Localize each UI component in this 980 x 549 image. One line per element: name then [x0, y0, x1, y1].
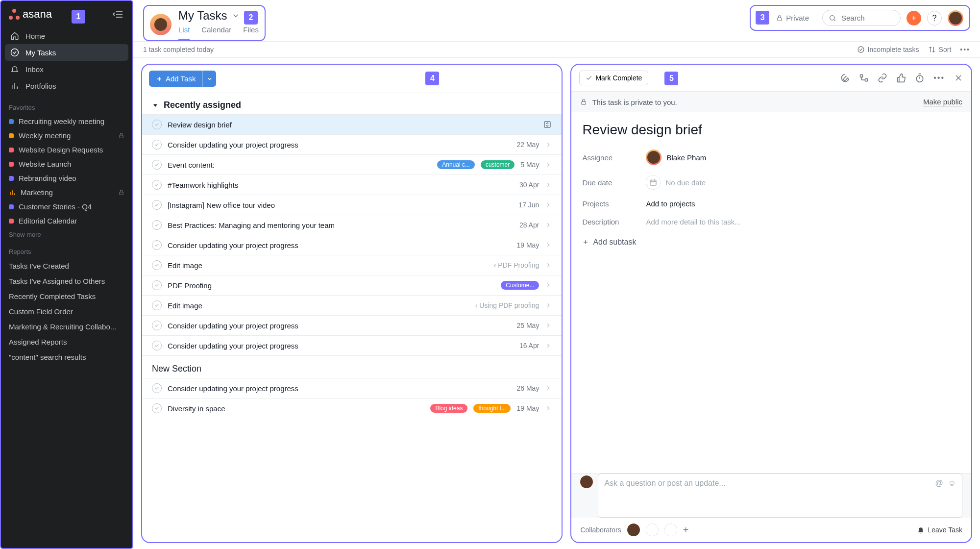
task-row[interactable]: Edit image‹ PDF Proofing [142, 255, 562, 275]
add-collaborator[interactable] [646, 524, 659, 536]
report-item[interactable]: Tasks I've Assigned to Others [1, 274, 132, 289]
task-row[interactable]: Consider updating your project progress2… [142, 134, 562, 154]
favorite-item[interactable]: Recruiting weekly meeting [1, 114, 132, 128]
tag[interactable]: Annual c... [437, 160, 475, 169]
make-public-link[interactable]: Make public [923, 98, 962, 106]
user-avatar[interactable] [150, 14, 172, 35]
task-title[interactable]: Review design brief [571, 112, 971, 145]
quick-add-button[interactable]: + [906, 11, 921, 25]
report-item[interactable]: Tasks I've Created [1, 258, 132, 274]
mention-icon[interactable]: @ [935, 479, 943, 512]
task-row[interactable]: Consider updating your project progress2… [142, 378, 562, 398]
task-row[interactable]: PDF ProofingCustome... [142, 275, 562, 295]
complete-toggle[interactable] [152, 341, 162, 350]
description-value[interactable]: Add more detail to this task... [646, 218, 740, 226]
nav-portfolios[interactable]: Portfolios [5, 77, 128, 94]
close-icon[interactable] [954, 73, 963, 83]
search-input[interactable] [822, 10, 901, 26]
favorite-item[interactable]: Customer Stories - Q4 [1, 200, 132, 214]
complete-toggle[interactable] [152, 220, 162, 230]
report-item[interactable]: Assigned Reports [1, 334, 132, 349]
add-collaborator-plus[interactable]: + [683, 524, 689, 536]
assignee-value[interactable]: Blake Pham [646, 150, 706, 165]
tab-list[interactable]: List [178, 25, 190, 40]
collaborator-avatar[interactable] [627, 524, 640, 536]
tab-files[interactable]: Files [243, 25, 259, 40]
emoji-icon[interactable]: ☺ [948, 479, 956, 512]
nav-inbox[interactable]: Inbox [5, 61, 128, 77]
help-button[interactable]: ? [927, 11, 942, 25]
complete-toggle[interactable] [152, 120, 162, 129]
profile-avatar[interactable] [948, 10, 963, 26]
complete-toggle[interactable] [152, 180, 162, 190]
timer-icon[interactable] [915, 73, 925, 83]
favorite-item[interactable]: Website Design Requests [1, 143, 132, 157]
add-subtask-button[interactable]: Add subtask [571, 231, 971, 253]
task-row[interactable]: Best Practices: Managing and mentoring y… [142, 215, 562, 235]
move-icon[interactable] [543, 120, 552, 129]
leave-task-button[interactable]: Leave Task [917, 526, 962, 534]
chevron-right-icon [545, 385, 552, 392]
show-more-favorites[interactable]: Show more [1, 228, 132, 241]
nav-my-tasks[interactable]: My Tasks [5, 44, 128, 61]
complete-toggle[interactable] [152, 260, 162, 270]
privacy-toggle[interactable]: Private [776, 14, 816, 22]
complete-toggle[interactable] [152, 383, 162, 393]
favorite-item[interactable]: Editorial Calendar [1, 214, 132, 228]
report-item[interactable]: Marketing & Recruiting Collabo... [1, 319, 132, 334]
task-row[interactable]: #Teamwork highlights30 Apr [142, 175, 562, 195]
tag[interactable]: Custome... [501, 281, 539, 290]
complete-toggle[interactable] [152, 300, 162, 310]
add-task-dropdown[interactable] [202, 71, 216, 87]
section-recently-assigned[interactable]: Recently assigned [142, 93, 562, 114]
comment-input[interactable]: Ask a question or post an update... @ ☺ [598, 474, 962, 518]
link-icon[interactable] [878, 73, 887, 83]
tag[interactable]: thought l... [473, 404, 511, 413]
collapse-sidebar-icon[interactable] [113, 8, 124, 20]
task-row[interactable]: Event content:Annual c...customer5 May [142, 154, 562, 175]
task-row[interactable]: Edit image‹ Using PDF proofing [142, 295, 562, 315]
callout-1: 1 [72, 10, 85, 24]
projects-value[interactable]: Add to projects [646, 200, 695, 208]
search-field[interactable] [840, 13, 889, 23]
favorite-item[interactable]: Website Launch [1, 157, 132, 171]
task-row[interactable]: Consider updating your project progress1… [142, 335, 562, 355]
favorite-item[interactable]: Rebranding video [1, 171, 132, 185]
section-new[interactable]: New Section [142, 355, 562, 378]
complete-toggle[interactable] [152, 403, 162, 413]
complete-toggle[interactable] [152, 280, 162, 290]
task-row[interactable]: Consider updating your project progress1… [142, 235, 562, 255]
attachment-icon[interactable] [840, 73, 850, 83]
due-date-value[interactable]: No due date [646, 175, 706, 190]
task-row[interactable]: Review design brief [142, 114, 562, 134]
subtask-icon[interactable] [859, 73, 869, 83]
task-row[interactable]: Diversity in spaceBlog ideasthought l...… [142, 398, 562, 418]
report-item[interactable]: Recently Completed Tasks [1, 289, 132, 304]
filter-incomplete[interactable]: Incomplete tasks [857, 46, 919, 53]
mark-complete-button[interactable]: Mark Complete [579, 71, 648, 85]
report-item[interactable]: Custom Field Order [1, 304, 132, 319]
favorite-item[interactable]: Marketing [1, 185, 132, 200]
brand-logo[interactable]: asana [9, 8, 52, 21]
complete-toggle[interactable] [152, 140, 162, 150]
like-icon[interactable] [896, 73, 906, 83]
favorite-item[interactable]: Weekly meeting [1, 128, 132, 143]
tag[interactable]: Blog ideas [430, 404, 467, 413]
report-item[interactable]: "content" search results [1, 349, 132, 365]
nav-home[interactable]: Home [5, 27, 128, 44]
complete-toggle[interactable] [152, 240, 162, 250]
sort-button[interactable]: Sort [928, 46, 952, 53]
complete-toggle[interactable] [152, 200, 162, 210]
tab-calendar[interactable]: Calendar [201, 25, 231, 40]
plus-icon [582, 239, 589, 246]
task-row[interactable]: [Instagram] New office tour video17 Jun [142, 195, 562, 215]
more-icon[interactable]: ••• [960, 46, 970, 53]
complete-toggle[interactable] [152, 321, 162, 330]
tag[interactable]: customer [481, 160, 514, 169]
add-task-button[interactable]: Add Task [149, 71, 202, 87]
chevron-down-icon[interactable] [231, 11, 240, 20]
more-icon[interactable]: ••• [933, 73, 945, 83]
task-row[interactable]: Consider updating your project progress2… [142, 315, 562, 335]
add-collaborator[interactable] [664, 524, 677, 536]
complete-toggle[interactable] [152, 160, 162, 170]
